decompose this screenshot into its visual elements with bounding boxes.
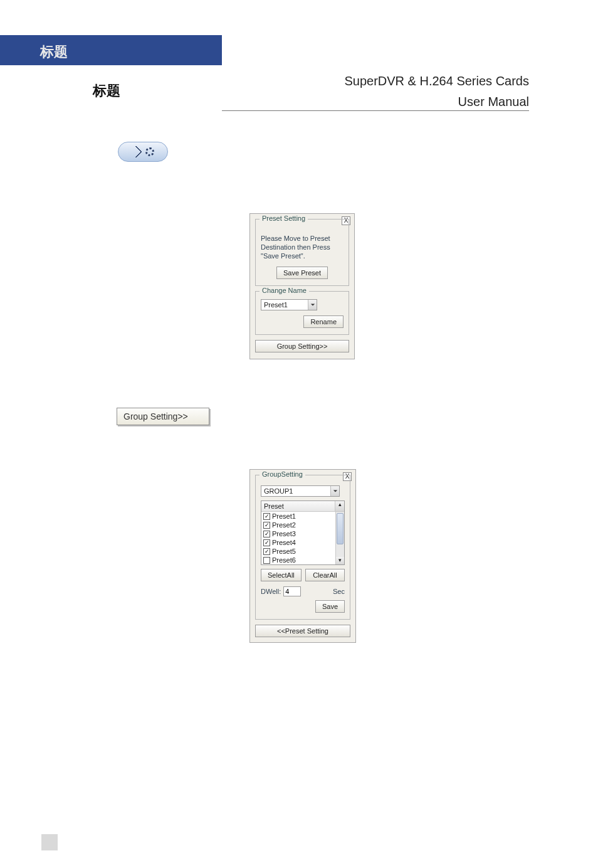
list-item[interactable]: Preset5 [261, 547, 335, 556]
scrollbar-thumb[interactable] [337, 513, 344, 544]
list-item[interactable]: Preset6 [261, 556, 335, 564]
dwell-input[interactable] [283, 586, 301, 596]
preset-list-items: Preset1 Preset2 Preset3 Preset4 [261, 512, 335, 564]
save-preset-button[interactable]: Save Preset [276, 267, 328, 279]
product-line: SuperDVR & H.264 Series Cards [344, 74, 529, 88]
wrench-icon [130, 146, 142, 158]
group-select-value: GROUP1 [261, 487, 330, 495]
group-setting-button-label: Group Setting>> [123, 411, 188, 421]
header-title-2: 标题 [93, 82, 120, 100]
scroll-up-icon[interactable]: ▴ [335, 501, 344, 511]
preset-column-header[interactable]: Preset [261, 501, 335, 511]
back-to-preset-button[interactable]: <<Preset Setting [255, 625, 350, 637]
checkbox-icon[interactable] [263, 522, 270, 529]
change-name-legend: Change Name [260, 287, 309, 294]
group-setting-inner: GroupSetting GROUP1 Preset ▴ Preset1 [255, 475, 350, 620]
group-select[interactable]: GROUP1 [261, 485, 340, 497]
checkbox-icon[interactable] [263, 513, 270, 520]
dwell-row: DWell: Sec [261, 586, 345, 596]
list-item-label: Preset3 [272, 530, 296, 537]
header-title-1: 标题 [40, 43, 68, 61]
preset-setting-dialog: X Preset Setting Please Move to Preset D… [249, 213, 355, 359]
list-item[interactable]: Preset2 [261, 521, 335, 529]
select-all-button[interactable]: SelectAll [261, 569, 302, 581]
header-band [0, 35, 222, 65]
clear-all-button[interactable]: ClearAll [305, 569, 345, 581]
checkbox-icon[interactable] [263, 548, 270, 555]
list-item[interactable]: Preset4 [261, 538, 335, 547]
list-item-label: Preset4 [272, 539, 296, 546]
list-item-label: Preset2 [272, 521, 296, 529]
rename-button[interactable]: Rename [303, 315, 344, 328]
preset-select-value: Preset1 [261, 301, 308, 309]
scrollbar[interactable]: ▾ [335, 512, 344, 564]
list-item[interactable]: Preset3 [261, 529, 335, 538]
group-setting-dialog: X GroupSetting GROUP1 Preset ▴ [249, 469, 356, 643]
preset-instruction-text: Please Move to Preset Destination then P… [261, 235, 344, 260]
save-button[interactable]: Save [315, 600, 345, 613]
list-item-label: Preset1 [272, 512, 296, 520]
ptz-tool-icon[interactable] [118, 142, 168, 162]
loading-icon [145, 147, 154, 156]
preset-setting-group: Preset Setting Please Move to Preset Des… [255, 219, 349, 286]
list-item[interactable]: Preset1 [261, 512, 335, 521]
preset-list: Preset ▴ Preset1 Preset2 [261, 500, 345, 565]
change-name-group: Change Name Preset1 Rename [255, 291, 349, 335]
group-setting-legend: GroupSetting [260, 470, 305, 478]
chevron-down-icon [330, 486, 339, 496]
list-item-label: Preset6 [272, 556, 296, 564]
preset-setting-legend: Preset Setting [260, 214, 308, 222]
group-setting-button-inline[interactable]: Group Setting>> [255, 340, 349, 352]
dwell-label: DWell: [261, 588, 281, 595]
dwell-unit: Sec [333, 588, 345, 595]
header-right: SuperDVR & H.264 Series Cards User Manua… [344, 74, 529, 109]
preset-select[interactable]: Preset1 [261, 299, 317, 310]
chevron-down-icon [308, 300, 317, 310]
checkbox-icon[interactable] [263, 557, 270, 564]
group-setting-button[interactable]: Group Setting>> [117, 408, 209, 425]
checkbox-icon[interactable] [263, 531, 270, 537]
page: 标题 标题 SuperDVR & H.264 Series Cards User… [0, 0, 598, 868]
checkbox-icon[interactable] [263, 539, 270, 546]
list-item-label: Preset5 [272, 548, 296, 555]
page-number-box [41, 834, 58, 850]
preset-list-header: Preset ▴ [261, 501, 344, 512]
scroll-down-icon[interactable]: ▾ [336, 557, 344, 564]
doc-type: User Manual [344, 95, 529, 109]
header-rule [222, 110, 529, 111]
